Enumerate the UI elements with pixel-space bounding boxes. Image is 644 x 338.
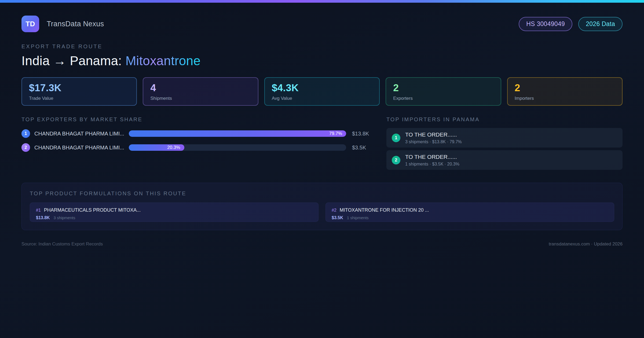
product-name: PHARMACEUTICALS PRODUCT MITOXA... [44, 207, 141, 213]
market-share-bar-fill: 79.7% [129, 130, 346, 137]
product-value: $3.5K [332, 215, 343, 220]
page-container: TD TransData Nexus HS 30049049 2026 Data… [0, 3, 644, 247]
importer-card[interactable]: 1 TO THE ORDER...... 3 shipments · $13.8… [386, 128, 623, 148]
stat-card-trade-value: $17.3K Trade Value [21, 77, 137, 106]
product-meta-row: $3.5K 1 shipments [332, 215, 608, 220]
footer: Source: Indian Customs Export Records tr… [21, 241, 623, 247]
header-badges: HS 30049049 2026 Data [519, 17, 623, 31]
brand[interactable]: TD TransData Nexus [21, 16, 104, 32]
stat-card-exporters: 2 Exporters [386, 77, 501, 106]
exporter-name: CHANDRA BHAGAT PHARMA LIMI... [34, 145, 125, 151]
rank-badge: 1 [392, 134, 400, 142]
product-meta-row: $13.8K 3 shipments [36, 215, 312, 220]
stats-row: $17.3K Trade Value 4 Shipments $4.3K Avg… [21, 77, 623, 106]
page-title-route: India → Panama: [21, 54, 125, 68]
exporters-heading: TOP EXPORTERS BY MARKET SHARE [21, 116, 373, 123]
product-rank: #1 [36, 208, 41, 213]
stat-card-shipments: 4 Shipments [143, 77, 258, 106]
importers-section: TOP IMPORTERS IN PANAMA 1 TO THE ORDER..… [386, 116, 623, 170]
market-share-bar: 20.3% [129, 144, 346, 151]
data-year-badge[interactable]: 2026 Data [578, 17, 623, 31]
rank-badge: 2 [392, 156, 400, 164]
stat-label: Exporters [393, 96, 493, 101]
importer-card[interactable]: 2 TO THE ORDER...... 1 shipments · $3.5K… [386, 150, 623, 170]
exporters-list: 1 CHANDRA BHAGAT PHARMA LIMI... 79.7% $1… [21, 129, 373, 152]
page-title-product: Mitoxantrone [125, 54, 200, 68]
market-share-bar: 79.7% [129, 130, 346, 137]
product-name: MITOXANTRONE FOR INJECTION 20 ... [340, 207, 429, 213]
importers-list: 1 TO THE ORDER...... 3 shipments · $13.8… [386, 128, 623, 170]
product-value: $13.8K [36, 215, 50, 220]
importer-name: TO THE ORDER...... [405, 131, 462, 138]
brand-name: TransData Nexus [47, 20, 104, 28]
hs-code-badge[interactable]: HS 30049049 [519, 17, 572, 31]
products-panel: TOP PRODUCT FORMULATIONS ON THIS ROUTE #… [21, 183, 623, 230]
stat-label: Importers [515, 96, 615, 101]
importer-info: TO THE ORDER...... 1 shipments · $3.5K ·… [405, 154, 459, 167]
stat-value: 2 [393, 82, 493, 94]
product-title-row: #1 PHARMACEUTICALS PRODUCT MITOXA... [36, 207, 312, 213]
stat-value: $4.3K [272, 82, 372, 94]
product-shipments: 1 shipments [347, 215, 369, 220]
product-card[interactable]: #1 PHARMACEUTICALS PRODUCT MITOXA... $13… [30, 203, 319, 222]
footer-site[interactable]: transdatanexus.com · Updated 2026 [549, 241, 623, 247]
market-share-bar-fill: 20.3% [129, 144, 184, 151]
importers-heading: TOP IMPORTERS IN PANAMA [386, 116, 623, 123]
exporters-section: TOP EXPORTERS BY MARKET SHARE 1 CHANDRA … [21, 116, 373, 152]
importer-name: TO THE ORDER...... [405, 154, 459, 160]
stat-value: 2 [515, 82, 615, 94]
market-share-percent: 20.3% [167, 145, 180, 150]
header: TD TransData Nexus HS 30049049 2026 Data [21, 16, 623, 32]
stat-label: Shipments [150, 96, 251, 101]
stat-card-avg-value: $4.3K Avg Value [264, 77, 380, 106]
importer-meta: 3 shipments · $13.8K · 79.7% [405, 139, 462, 144]
products-heading: TOP PRODUCT FORMULATIONS ON THIS ROUTE [30, 190, 614, 197]
importer-meta: 1 shipments · $3.5K · 20.3% [405, 162, 459, 167]
product-rank: #2 [332, 208, 336, 213]
product-card[interactable]: #2 MITOXANTRONE FOR INJECTION 20 ... $3.… [325, 203, 614, 222]
middle-columns: TOP EXPORTERS BY MARKET SHARE 1 CHANDRA … [21, 116, 623, 170]
exporter-value: $13.8K [350, 131, 373, 137]
exporter-row[interactable]: 2 CHANDRA BHAGAT PHARMA LIMI... 20.3% $3… [21, 143, 373, 152]
stat-card-importers: 2 Importers [507, 77, 623, 106]
stat-label: Avg Value [272, 96, 372, 101]
route-eyebrow: EXPORT TRADE ROUTE [21, 43, 623, 50]
stat-value: 4 [150, 82, 251, 94]
stat-value: $17.3K [29, 82, 129, 94]
exporter-name: CHANDRA BHAGAT PHARMA LIMI... [34, 131, 125, 137]
rank-badge: 2 [21, 143, 30, 152]
exporter-row[interactable]: 1 CHANDRA BHAGAT PHARMA LIMI... 79.7% $1… [21, 129, 373, 138]
stat-label: Trade Value [29, 96, 129, 101]
importer-info: TO THE ORDER...... 3 shipments · $13.8K … [405, 131, 462, 144]
products-grid: #1 PHARMACEUTICALS PRODUCT MITOXA... $13… [30, 203, 614, 222]
exporter-value: $3.5K [350, 145, 373, 151]
page-title: India → Panama: Mitoxantrone [21, 53, 623, 68]
market-share-percent: 79.7% [329, 131, 342, 136]
footer-source: Source: Indian Customs Export Records [21, 241, 103, 247]
rank-badge: 1 [21, 129, 30, 138]
app-logo[interactable]: TD [21, 16, 39, 32]
top-accent-bar [0, 0, 644, 3]
product-shipments: 3 shipments [54, 215, 75, 220]
product-title-row: #2 MITOXANTRONE FOR INJECTION 20 ... [332, 207, 608, 213]
